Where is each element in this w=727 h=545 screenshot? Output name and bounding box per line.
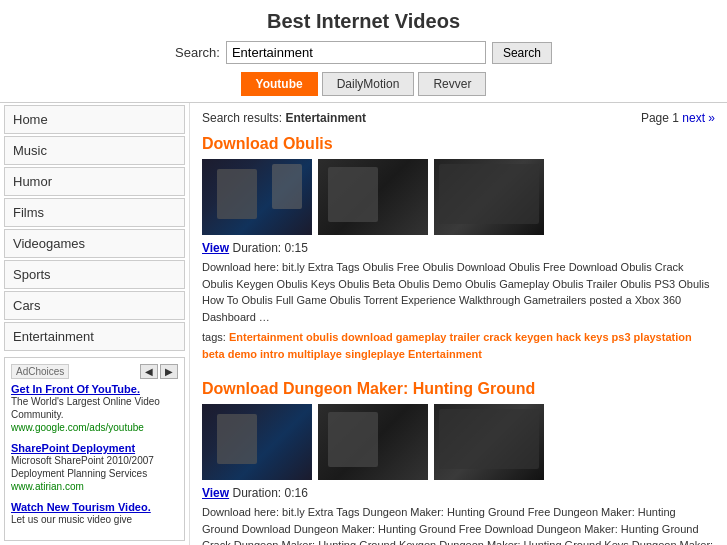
video-thumb-2b[interactable] [318, 404, 428, 480]
ad-link-3[interactable]: Watch New Tourism Video. [11, 501, 151, 513]
results-query: Entertainment [285, 111, 366, 125]
page-label: Page [641, 111, 669, 125]
ad-body-3: Let us our music video give [11, 513, 178, 526]
duration-1: Duration: 0:15 [232, 241, 307, 255]
results-label: Search results: [202, 111, 282, 125]
sidebar-item-videogames[interactable]: Videogames [4, 229, 185, 258]
ad-entry-3: Watch New Tourism Video. Let us our musi… [11, 501, 178, 526]
video-thumb-1a[interactable] [202, 159, 312, 235]
video-thumbs-1 [202, 159, 715, 235]
video-title-2[interactable]: Download Dungeon Maker: Hunting Ground [202, 380, 715, 398]
tab-youtube[interactable]: Youtube [241, 72, 318, 96]
ad-url-2: www.atirian.com [11, 480, 178, 493]
sidebar-item-music[interactable]: Music [4, 136, 185, 165]
tab-dailymotion[interactable]: DailyMotion [322, 72, 415, 96]
ad-entry-2: SharePoint Deployment Microsoft SharePoi… [11, 442, 178, 493]
tags-1: tags: Entertainment obulis download game… [202, 329, 715, 362]
sidebar-item-sports[interactable]: Sports [4, 260, 185, 289]
ad-box: AdChoices ◀ ▶ Get In Front Of YouTube. T… [4, 357, 185, 541]
video-thumb-1b[interactable] [318, 159, 428, 235]
video-title-1[interactable]: Download Obulis [202, 135, 715, 153]
next-page-link[interactable]: next » [682, 111, 715, 125]
desc-2: Download here: bit.ly Extra Tags Dungeon… [202, 504, 715, 545]
tab-revver[interactable]: Revver [418, 72, 486, 96]
ad-prev-button[interactable]: ◀ [140, 364, 158, 379]
sidebar-item-cars[interactable]: Cars [4, 291, 185, 320]
video-thumb-2c[interactable] [434, 404, 544, 480]
sidebar-item-home[interactable]: Home [4, 105, 185, 134]
video-thumb-1c[interactable] [434, 159, 544, 235]
ad-url-1: www.google.com/ads/youtube [11, 421, 178, 434]
sidebar-item-entertainment[interactable]: Entertainment [4, 322, 185, 351]
video-thumb-2a[interactable] [202, 404, 312, 480]
page-title: Best Internet Videos [0, 10, 727, 33]
desc-1: Download here: bit.ly Extra Tags Obulis … [202, 259, 715, 325]
ad-entry-1: Get In Front Of YouTube. The World's Lar… [11, 383, 178, 434]
ad-link-2[interactable]: SharePoint Deployment [11, 442, 135, 454]
sidebar-item-films[interactable]: Films [4, 198, 185, 227]
search-label: Search: [175, 45, 220, 60]
view-link-1[interactable]: View [202, 241, 229, 255]
video-item-2: Download Dungeon Maker: Hunting Ground [202, 380, 715, 545]
video-item-1: Download Obulis [202, 135, 715, 362]
page-number: 1 [672, 111, 679, 125]
ad-body-1: The World's Largest Online Video Communi… [11, 395, 178, 421]
ad-next-button[interactable]: ▶ [160, 364, 178, 379]
video-thumbs-2 [202, 404, 715, 480]
ad-link-1[interactable]: Get In Front Of YouTube. [11, 383, 140, 395]
ad-body-2: Microsoft SharePoint 2010/2007 Deploymen… [11, 454, 178, 480]
view-link-2[interactable]: View [202, 486, 229, 500]
ad-choices-label: AdChoices [11, 364, 69, 379]
sidebar-item-humor[interactable]: Humor [4, 167, 185, 196]
search-button[interactable]: Search [492, 42, 552, 64]
tag-link-1[interactable]: Entertainment obulis download gameplay t… [202, 331, 692, 360]
duration-2: Duration: 0:16 [232, 486, 307, 500]
search-input[interactable] [226, 41, 486, 64]
